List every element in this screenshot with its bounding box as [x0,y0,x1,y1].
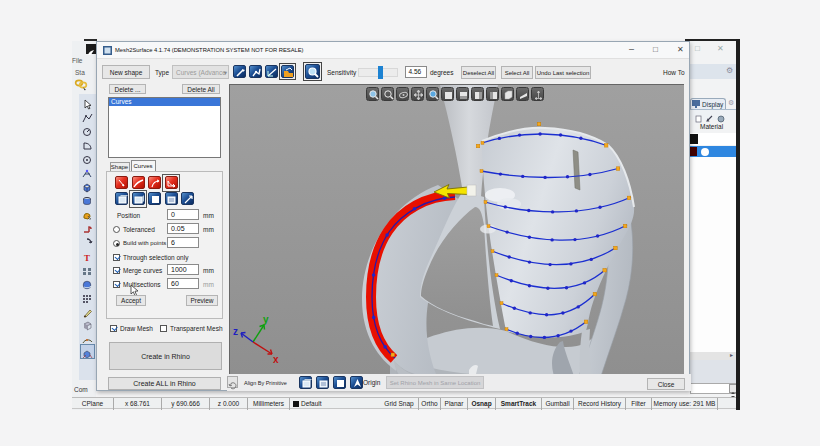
svg-text:x: x [273,354,279,365]
svg-text:z: z [233,326,238,337]
svg-text:y: y [263,314,269,325]
svg-text:T: T [84,253,90,263]
